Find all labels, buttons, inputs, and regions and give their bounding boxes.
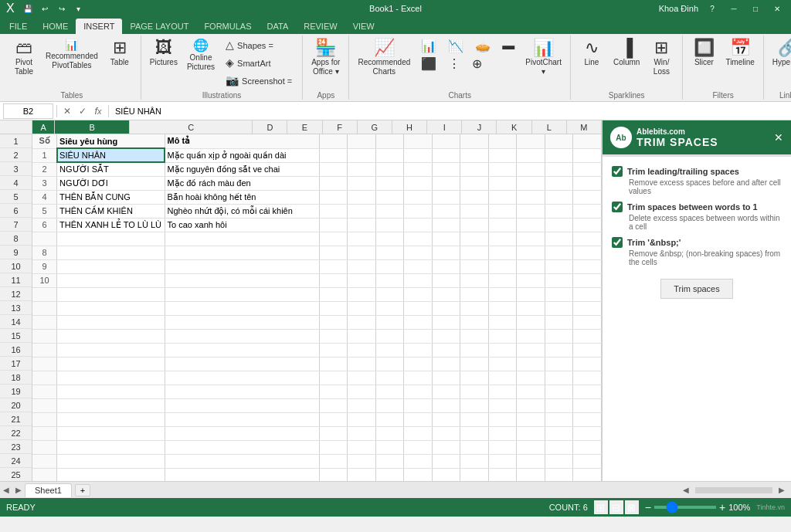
- pictures-btn[interactable]: 🖼 Pictures: [146, 37, 182, 90]
- cell-r9-c0[interactable]: 8: [32, 246, 57, 259]
- cell-r8-c2[interactable]: [165, 232, 319, 246]
- cell-r10-c4[interactable]: [348, 259, 376, 273]
- cell-r5-c8[interactable]: [460, 190, 489, 204]
- cell-r4-c9[interactable]: [488, 176, 517, 190]
- other-charts-btn[interactable]: ⊕: [467, 55, 487, 72]
- cell-r21-c1[interactable]: [57, 412, 165, 426]
- cell-r24-c10[interactable]: [517, 454, 545, 468]
- cell-r16-c0[interactable]: [32, 343, 57, 357]
- cell-r24-c3[interactable]: [319, 454, 348, 468]
- cell-r15-c7[interactable]: [432, 329, 460, 343]
- cell-r1-c8[interactable]: [460, 134, 489, 148]
- cell-r25-c5[interactable]: [375, 468, 404, 481]
- cell-r10-c5[interactable]: [375, 259, 404, 273]
- cell-r4-c7[interactable]: [432, 176, 460, 190]
- cell-r11-c11[interactable]: [545, 273, 573, 287]
- cell-r6-c8[interactable]: [460, 204, 489, 218]
- cell-r18-c12[interactable]: [573, 371, 602, 385]
- cell-r13-c6[interactable]: [404, 301, 433, 315]
- cell-r19-c5[interactable]: [375, 385, 404, 398]
- cell-r15-c2[interactable]: [165, 329, 319, 343]
- cell-r21-c2[interactable]: [165, 412, 319, 426]
- col-sparkline-btn[interactable]: ▐ Column: [609, 37, 643, 90]
- cell-r21-c8[interactable]: [460, 412, 489, 426]
- cell-r14-c5[interactable]: [375, 315, 404, 329]
- row-number-14[interactable]: 14: [0, 315, 32, 329]
- cell-r14-c4[interactable]: [348, 315, 376, 329]
- row-number-6[interactable]: 6: [0, 204, 32, 218]
- cell-r1-c4[interactable]: [348, 134, 376, 148]
- col-header-i[interactable]: I: [427, 120, 462, 134]
- cell-r18-c5[interactable]: [375, 371, 404, 385]
- pie-chart-btn[interactable]: 🥧: [470, 37, 496, 54]
- cell-r2-c5[interactable]: [375, 148, 404, 162]
- cells-area[interactable]: 1234567891011121314151617181920212223242…: [0, 134, 602, 481]
- cell-r6-c7[interactable]: [432, 204, 460, 218]
- col-header-a[interactable]: A: [32, 120, 55, 134]
- zoom-in-btn[interactable]: +: [719, 501, 725, 513]
- cell-r17-c3[interactable]: [319, 357, 348, 371]
- cell-r11-c3[interactable]: [319, 273, 348, 287]
- cell-r7-c0[interactable]: 6: [32, 218, 57, 232]
- cell-r22-c9[interactable]: [488, 426, 517, 440]
- cell-r1-c12[interactable]: [573, 134, 602, 148]
- cell-r22-c12[interactable]: [573, 426, 602, 440]
- cell-r12-c7[interactable]: [432, 287, 460, 301]
- cell-r6-c0[interactable]: 5: [32, 204, 57, 218]
- tab-page-layout[interactable]: PAGE LAYOUT: [122, 19, 196, 34]
- cell-r5-c2[interactable]: Bắn hoài không hết tên: [165, 190, 319, 204]
- cell-r7-c3[interactable]: [319, 218, 348, 232]
- cell-r16-c12[interactable]: [573, 343, 602, 357]
- cell-r3-c6[interactable]: [404, 162, 433, 176]
- cell-r12-c8[interactable]: [460, 287, 489, 301]
- row-number-13[interactable]: 13: [0, 301, 32, 315]
- cell-r6-c1[interactable]: THÊN CẦM KHIÊN: [57, 204, 165, 218]
- cell-r9-c4[interactable]: [348, 246, 376, 259]
- cell-r3-c3[interactable]: [319, 162, 348, 176]
- page-layout-view-btn[interactable]: ⊟: [609, 500, 623, 514]
- cell-r16-c1[interactable]: [57, 343, 165, 357]
- col-header-d[interactable]: D: [253, 120, 287, 134]
- cell-r2-c8[interactable]: [460, 148, 489, 162]
- cell-r7-c2[interactable]: To cao xanh hôi: [165, 218, 319, 232]
- cell-r19-c11[interactable]: [545, 385, 573, 398]
- cell-r24-c2[interactable]: [165, 454, 319, 468]
- cell-r9-c5[interactable]: [375, 246, 404, 259]
- cell-r17-c2[interactable]: [165, 357, 319, 371]
- cell-r11-c9[interactable]: [488, 273, 517, 287]
- restore-btn[interactable]: □: [748, 3, 763, 14]
- cell-r15-c10[interactable]: [517, 329, 545, 343]
- cell-r25-c8[interactable]: [460, 468, 489, 481]
- table-btn[interactable]: ⊞ Table: [104, 37, 136, 90]
- cell-r18-c8[interactable]: [460, 371, 489, 385]
- cell-r20-c8[interactable]: [460, 398, 489, 412]
- cell-r24-c11[interactable]: [545, 454, 573, 468]
- cell-r15-c0[interactable]: [32, 329, 57, 343]
- cell-r4-c10[interactable]: [517, 176, 545, 190]
- cell-r17-c12[interactable]: [573, 357, 602, 371]
- cell-r23-c6[interactable]: [404, 440, 433, 454]
- cell-r8-c11[interactable]: [545, 232, 573, 246]
- cell-r22-c2[interactable]: [165, 426, 319, 440]
- tab-insert[interactable]: INSERT: [76, 19, 122, 34]
- cell-r3-c9[interactable]: [488, 162, 517, 176]
- cell-r12-c11[interactable]: [545, 287, 573, 301]
- cell-r24-c7[interactable]: [432, 454, 460, 468]
- cell-r17-c5[interactable]: [375, 357, 404, 371]
- cell-r1-c10[interactable]: [517, 134, 545, 148]
- cell-r16-c2[interactable]: [165, 343, 319, 357]
- row-number-15[interactable]: 15: [0, 329, 32, 343]
- cell-r13-c2[interactable]: [165, 301, 319, 315]
- col-header-h[interactable]: H: [392, 120, 427, 134]
- cell-r8-c1[interactable]: [57, 232, 165, 246]
- zoom-slider[interactable]: [654, 506, 716, 509]
- help-btn[interactable]: ?: [704, 3, 720, 14]
- row-number-23[interactable]: 23: [0, 440, 32, 454]
- cell-r22-c11[interactable]: [545, 426, 573, 440]
- cell-r11-c12[interactable]: [573, 273, 602, 287]
- row-number-20[interactable]: 20: [0, 398, 32, 412]
- cell-r24-c9[interactable]: [488, 454, 517, 468]
- cell-r12-c9[interactable]: [488, 287, 517, 301]
- cell-r24-c0[interactable]: [32, 454, 57, 468]
- cell-r20-c12[interactable]: [573, 398, 602, 412]
